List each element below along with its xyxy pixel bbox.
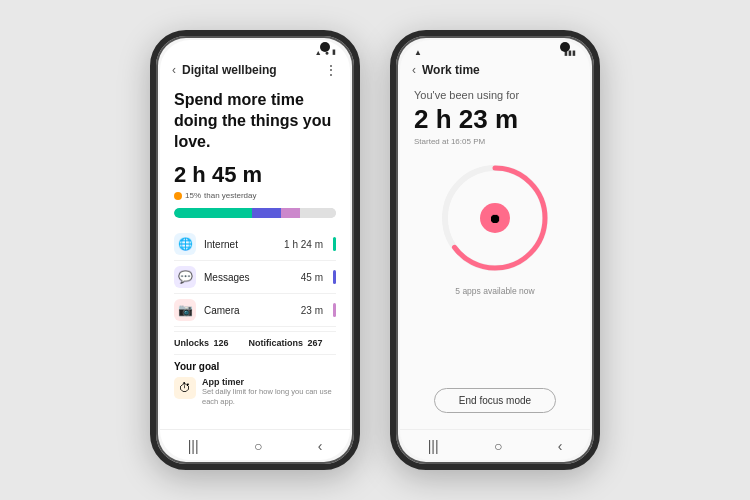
app-item-camera[interactable]: 📷 Camera 23 m (174, 294, 336, 327)
app-item-internet[interactable]: 🌐 Internet 1 h 24 m (174, 228, 336, 261)
camera-notch-2 (560, 42, 570, 52)
goal-item-desc: Set daily limit for how long you can use… (202, 387, 336, 407)
stats-row: Unlocks 126 Notifications 267 (174, 331, 336, 355)
total-time: 2 h 45 m (174, 162, 336, 188)
top-bar-2: ‹ Work time (400, 59, 590, 81)
app-time-camera: 23 m (301, 305, 323, 316)
compare-percent: 15% (185, 191, 201, 200)
screen-content-1: Spend more time doing the things you lov… (160, 82, 350, 429)
focus-center-icon: ⏺ (480, 203, 510, 233)
app-time-messages: 45 m (301, 272, 323, 283)
app-name-internet: Internet (204, 239, 276, 250)
phone-1: ▲ ● ▮ ‹ Digital wellbeing ⋮ Spend more t… (150, 30, 360, 470)
goal-section: Your goal ⏱ App timer Set daily limit fo… (174, 361, 336, 407)
compare-label: than yesterday (204, 191, 256, 200)
unlocks-stat: Unlocks 126 (174, 338, 229, 348)
progress-internet (174, 208, 252, 218)
back-button-1[interactable]: ‹ (172, 63, 176, 77)
progress-messages (252, 208, 281, 218)
phone-2-screen: ▲ ▮▮▮ ‹ Work time You've been using for … (400, 40, 590, 460)
app-item-messages[interactable]: 💬 Messages 45 m (174, 261, 336, 294)
goal-text: App timer Set daily limit for how long y… (202, 377, 336, 407)
app-color-messages (333, 270, 336, 284)
progress-circle: ⏺ (435, 158, 555, 278)
circle-container: ⏺ 5 apps available now (414, 158, 576, 296)
apps-available: 5 apps available now (455, 286, 534, 296)
goal-section-title: Your goal (174, 361, 336, 372)
back-button-2[interactable]: ‹ (412, 63, 416, 77)
phone-2: ▲ ▮▮▮ ‹ Work time You've been using for … (390, 30, 600, 470)
app-color-internet (333, 237, 336, 251)
app-time-internet: 1 h 24 m (284, 239, 323, 250)
battery-icon: ▮ (332, 48, 336, 56)
notifications-value: 267 (307, 338, 322, 348)
started-at: Started at 16:05 PM (414, 137, 485, 146)
menu-button-1[interactable]: ⋮ (324, 62, 338, 78)
goal-item-app-timer[interactable]: ⏱ App timer Set daily limit for how long… (174, 377, 336, 407)
phone-1-screen: ▲ ● ▮ ‹ Digital wellbeing ⋮ Spend more t… (160, 40, 350, 460)
bottom-nav-1: ||| ○ ‹ (160, 429, 350, 460)
app-icon-camera: 📷 (174, 299, 196, 321)
compare-dot (174, 192, 182, 200)
wifi-icon-2: ▲ (414, 48, 422, 57)
nav-recent-icon[interactable]: ||| (188, 438, 199, 454)
page-title-2: Work time (422, 63, 578, 77)
progress-rest (300, 208, 336, 218)
time-compare: 15% than yesterday (174, 191, 336, 200)
app-icon-internet: 🌐 (174, 233, 196, 255)
app-icon-messages: 💬 (174, 266, 196, 288)
nav-home-icon[interactable]: ○ (254, 438, 262, 454)
unlocks-value: 126 (213, 338, 228, 348)
nav-recent-icon-2[interactable]: ||| (428, 438, 439, 454)
unlocks-label: Unlocks (174, 338, 209, 348)
end-button-wrap: End focus mode (414, 388, 576, 421)
top-bar-1: ‹ Digital wellbeing ⋮ (160, 58, 350, 82)
work-time-content: You've been using for 2 h 23 m Started a… (400, 81, 590, 429)
app-name-camera: Camera (204, 305, 293, 316)
app-name-messages: Messages (204, 272, 293, 283)
page-title-1: Digital wellbeing (182, 63, 318, 77)
camera-notch (320, 42, 330, 52)
nav-back-icon-2[interactable]: ‹ (558, 438, 563, 454)
bottom-nav-2: ||| ○ ‹ (400, 429, 590, 460)
app-color-camera (333, 303, 336, 317)
goal-item-name: App timer (202, 377, 336, 387)
using-for-label: You've been using for (414, 89, 519, 101)
usage-progress-bar (174, 208, 336, 218)
big-time: 2 h 23 m (414, 104, 518, 135)
nav-back-icon[interactable]: ‹ (318, 438, 323, 454)
focus-icon: ⏺ (489, 211, 502, 226)
nav-home-icon-2[interactable]: ○ (494, 438, 502, 454)
main-headline: Spend more time doing the things you lov… (174, 90, 336, 152)
goal-item-icon: ⏱ (174, 377, 196, 399)
progress-camera (281, 208, 300, 218)
notifications-label: Notifications (249, 338, 304, 348)
end-focus-button[interactable]: End focus mode (434, 388, 556, 413)
notifications-stat: Notifications 267 (249, 338, 323, 348)
